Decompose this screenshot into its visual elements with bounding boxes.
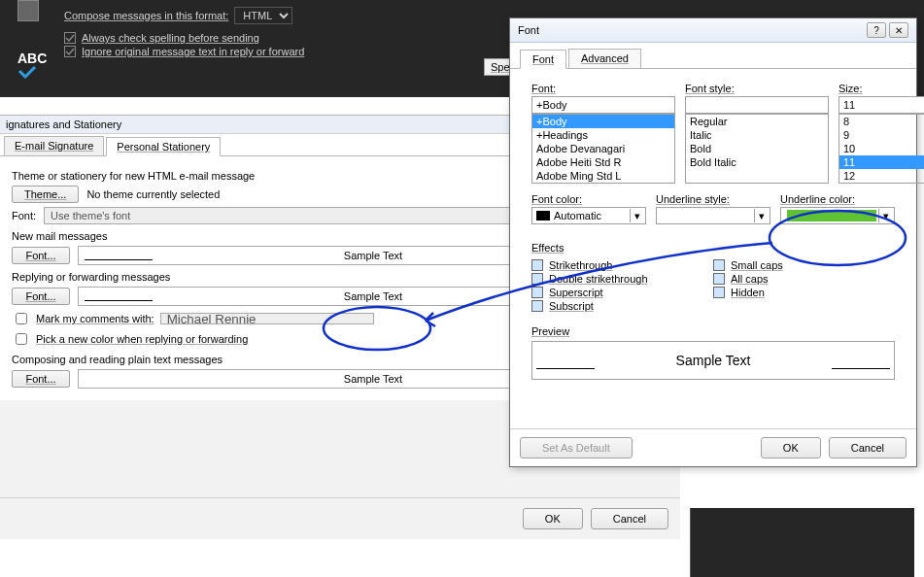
color-swatch: [787, 210, 876, 221]
checkbox-icon: [531, 287, 543, 298]
list-item[interactable]: +Headings: [532, 128, 674, 142]
checkbox-icon: [531, 259, 543, 271]
font-name-list[interactable]: +Body+HeadingsAdobe DevanagariAdobe Heit…: [531, 114, 675, 184]
list-item[interactable]: Bold Italic: [686, 155, 828, 169]
sig-cancel-button[interactable]: Cancel: [591, 508, 668, 529]
set-default-button[interactable]: Set As Default: [520, 437, 633, 458]
preview-label: Preview: [531, 325, 895, 337]
font-list-label: Font:: [531, 83, 675, 94]
list-item[interactable]: Adobe Heiti Std R: [532, 155, 674, 169]
compose-format-label: Compose messages in this format:: [64, 10, 228, 21]
list-item[interactable]: 9: [839, 128, 924, 142]
checkbox-icon: [713, 273, 725, 285]
theme-button[interactable]: Theme...: [12, 186, 79, 203]
font-dialog-titlebar: Font ? ✕: [510, 18, 916, 43]
checkbox-icon: [64, 46, 76, 57]
tab-email-signature[interactable]: E-mail Signature: [4, 136, 104, 155]
font-size-list[interactable]: 89101112: [838, 114, 924, 184]
font-dialog: Font ? ✕ Font Advanced Font: +Body+Headi…: [509, 17, 917, 467]
help-button[interactable]: ?: [867, 22, 886, 38]
check-icon: [17, 65, 37, 79]
checkbox-icon: [713, 287, 725, 298]
check-spelling-label: Always check spelling before sending: [82, 32, 259, 44]
font-button-plain[interactable]: Font...: [12, 370, 70, 388]
list-item[interactable]: +Body: [532, 115, 674, 128]
pick-color-checkbox[interactable]: [16, 333, 27, 345]
ribbon-glyph: [17, 0, 39, 21]
underline-color-combo[interactable]: ▾: [780, 207, 895, 224]
no-theme-text: No theme currently selected: [86, 188, 220, 200]
dark-bottom-panel: [690, 508, 914, 577]
effect-checkbox[interactable]: Strikethrough: [531, 259, 713, 271]
font-size-label: Size:: [838, 83, 924, 94]
list-item[interactable]: Adobe Ming Std L: [532, 169, 674, 183]
list-item[interactable]: Adobe Devanagari: [532, 142, 674, 155]
effect-label: Small caps: [731, 259, 783, 271]
tab-font[interactable]: Font: [520, 50, 566, 69]
font-button-new[interactable]: Font...: [12, 247, 70, 264]
chevron-down-icon: ▾: [630, 209, 643, 222]
preview-box: Sample Text: [531, 341, 895, 380]
font-button-reply[interactable]: Font...: [12, 288, 70, 305]
mark-comments-label: Mark my comments with:: [36, 313, 154, 324]
list-item[interactable]: 11: [839, 155, 924, 169]
effect-label: Subscript: [549, 300, 594, 312]
checkbox-icon: [531, 300, 543, 312]
checkbox-icon: [531, 273, 543, 285]
list-item[interactable]: Regular: [686, 115, 828, 128]
effect-checkbox[interactable]: Hidden: [713, 287, 895, 298]
list-item[interactable]: 12: [839, 169, 924, 183]
checkbox-icon: [64, 32, 76, 44]
font-cancel-button[interactable]: Cancel: [829, 437, 907, 458]
mark-comments-value[interactable]: [160, 313, 374, 324]
font-size-input[interactable]: [838, 96, 924, 114]
chevron-down-icon: ▾: [878, 209, 892, 222]
font-ok-button[interactable]: OK: [761, 437, 821, 458]
chevron-down-icon: ▾: [754, 209, 768, 222]
effect-checkbox[interactable]: Superscript: [531, 287, 713, 298]
font-dialog-title: Font: [518, 24, 539, 36]
effect-label: Superscript: [549, 287, 603, 298]
list-item[interactable]: 8: [839, 115, 924, 128]
font-style-input[interactable]: [685, 96, 829, 114]
effect-checkbox[interactable]: Subscript: [531, 300, 713, 312]
underline-style-combo[interactable]: ▾: [656, 207, 770, 224]
underline-color-label: Underline color:: [780, 193, 895, 205]
font-style-label: Font style:: [685, 83, 829, 94]
effect-label: Double strikethrough: [549, 273, 648, 285]
list-item[interactable]: Bold: [686, 142, 828, 155]
underline-style-label: Underline style:: [656, 193, 770, 205]
list-item[interactable]: 10: [839, 142, 924, 155]
pick-color-label: Pick a new color when replying or forwar…: [36, 333, 248, 345]
effects-label: Effects: [531, 242, 895, 254]
effect-checkbox[interactable]: All caps: [713, 273, 895, 285]
effect-checkbox[interactable]: Small caps: [713, 259, 895, 271]
close-button[interactable]: ✕: [889, 22, 908, 38]
font-color-combo[interactable]: Automatic ▾: [531, 207, 646, 224]
effect-label: Hidden: [731, 287, 765, 298]
compose-format-select[interactable]: HTML: [234, 7, 292, 24]
mark-comments-checkbox[interactable]: [16, 313, 27, 324]
tab-advanced[interactable]: Advanced: [568, 49, 641, 68]
abc-label: ABC: [17, 51, 47, 66]
effect-checkbox[interactable]: Double strikethrough: [531, 273, 713, 285]
list-item[interactable]: Italic: [686, 128, 828, 142]
checkbox-icon: [713, 259, 725, 271]
effect-label: All caps: [731, 273, 769, 285]
font-style-list[interactable]: RegularItalicBoldBold Italic: [685, 114, 829, 184]
font-label: Font:: [12, 210, 36, 221]
font-color-label: Font color:: [531, 193, 646, 205]
effect-label: Strikethrough: [549, 259, 612, 271]
tab-personal-stationery[interactable]: Personal Stationery: [106, 137, 221, 156]
ignore-original-label: Ignore original message text in reply or…: [82, 46, 304, 57]
font-name-input[interactable]: [531, 96, 675, 114]
sig-ok-button[interactable]: OK: [523, 508, 583, 529]
